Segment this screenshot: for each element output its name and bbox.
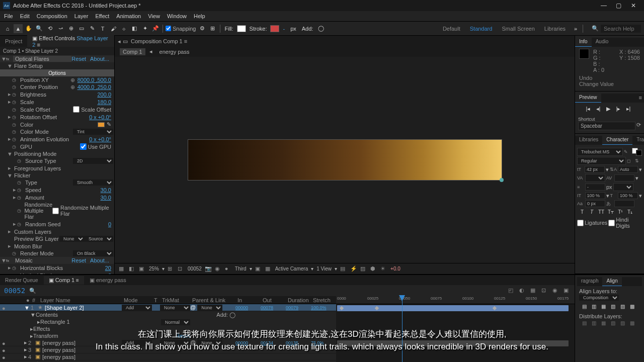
- reset-link[interactable]: Reset: [71, 257, 90, 263]
- color-swatch[interactable]: [98, 122, 105, 127]
- play-icon[interactable]: ▶: [606, 106, 613, 113]
- preview-bg-source-select[interactable]: Source: [85, 236, 113, 242]
- reset-link[interactable]: Reset: [71, 56, 90, 62]
- stopwatch-icon[interactable]: ◷: [12, 273, 18, 275]
- align-left-icon[interactable]: ▤: [580, 304, 588, 309]
- smallcaps-icon[interactable]: Tᴛ: [607, 209, 615, 215]
- link-icon[interactable]: ⊕: [70, 77, 76, 83]
- col-parent[interactable]: Parent & Link: [190, 297, 235, 303]
- scale-value[interactable]: 180.0: [97, 99, 113, 105]
- audio-tab[interactable]: Audio: [592, 38, 613, 47]
- stopwatch-icon[interactable]: ◷: [17, 180, 23, 185]
- minimize-button[interactable]: —: [601, 2, 608, 9]
- menu-view[interactable]: View: [148, 13, 160, 19]
- render-mode-select[interactable]: On Black: [73, 250, 113, 256]
- twirl-icon[interactable]: ▼: [24, 305, 30, 311]
- rotation-offset-value[interactable]: 0 x +0.0°: [89, 114, 113, 120]
- fx-toggle-icon[interactable]: fx: [6, 57, 13, 61]
- col-duration[interactable]: Duration: [286, 297, 311, 303]
- tracker-tab[interactable]: Trac: [632, 136, 644, 145]
- comp-back-icon[interactable]: ◂: [118, 38, 121, 45]
- transparency-icon[interactable]: ▦: [265, 265, 272, 273]
- rectangle-tool-icon[interactable]: ▭: [77, 24, 86, 33]
- parent-select[interactable]: None: [197, 305, 222, 311]
- region-icon[interactable]: ▣: [255, 265, 262, 273]
- eyedropper-icon[interactable]: ✎: [624, 149, 631, 154]
- zoom-select[interactable]: 25%: [149, 266, 159, 272]
- snap-expand-icon[interactable]: ⊞: [208, 24, 217, 33]
- tl-icon[interactable]: ◉: [552, 287, 559, 294]
- comp-preview[interactable]: [188, 139, 502, 180]
- next-frame-icon[interactable]: |▸: [616, 106, 623, 113]
- snapping-checkbox[interactable]: Snapping: [166, 26, 196, 32]
- tree-contents[interactable]: ▼ ContentsAdd: ◯: [0, 311, 336, 318]
- faux-italic-icon[interactable]: T: [588, 209, 596, 215]
- menu-file[interactable]: File: [4, 13, 13, 19]
- horizontal-blocks-value[interactable]: 20: [105, 265, 113, 271]
- twirl-icon[interactable]: ▸: [7, 91, 12, 98]
- close-button[interactable]: ✕: [631, 2, 638, 9]
- project-tab[interactable]: Project: [0, 37, 27, 46]
- comp-marker-icon[interactable]: ▭: [123, 38, 128, 45]
- hand-tool-icon[interactable]: ✋: [24, 24, 33, 33]
- shape-mode-select[interactable]: Normal: [161, 319, 190, 325]
- menu-animation[interactable]: Animation: [116, 13, 141, 19]
- workspace-standard[interactable]: Standard: [466, 25, 497, 33]
- stopwatch-icon[interactable]: ◷: [12, 265, 18, 270]
- col-layer-name[interactable]: Layer Name: [38, 297, 122, 303]
- blend-mode-select[interactable]: Add: [122, 305, 152, 311]
- twirl-icon[interactable]: ▸: [7, 243, 12, 249]
- panel-menu-icon[interactable]: ≡: [637, 94, 644, 103]
- twirl-icon[interactable]: ▼: [1, 257, 6, 263]
- timeline-comp-tab[interactable]: ▣ Comp 1 ≡: [44, 276, 84, 285]
- stretch-value[interactable]: 100.0%: [311, 305, 336, 310]
- stroke-width-input[interactable]: [585, 184, 605, 191]
- add-icon[interactable]: ◯: [229, 312, 235, 318]
- comp-crumb-1[interactable]: Comp 1: [120, 48, 145, 55]
- stopwatch-icon[interactable]: ◷: [17, 222, 23, 227]
- link-icon[interactable]: ⊕: [70, 84, 76, 90]
- preview-tab[interactable]: Preview: [575, 94, 601, 103]
- menu-composition[interactable]: Composition: [37, 13, 67, 19]
- character-tab[interactable]: Character: [602, 136, 632, 145]
- stopwatch-icon[interactable]: ◷: [12, 115, 18, 120]
- menu-window[interactable]: Window: [167, 13, 187, 19]
- fill-swatch[interactable]: [237, 25, 246, 32]
- stopwatch-icon[interactable]: ◷: [12, 107, 18, 112]
- layer-row[interactable]: ●▸4▣[energy pass]: [0, 353, 336, 360]
- renderer-icon[interactable]: ⬢: [370, 265, 377, 273]
- layer-bar[interactable]: [337, 305, 569, 311]
- visibility-icon[interactable]: ●: [2, 354, 7, 359]
- flicker-type-select[interactable]: Smooth: [73, 179, 113, 186]
- align-tab[interactable]: Align: [602, 277, 621, 286]
- workspace-smallscreen[interactable]: Small Screen: [498, 25, 538, 33]
- tl-icon[interactable]: ▣: [564, 287, 571, 294]
- stroke-width[interactable]: -: [283, 26, 285, 32]
- vertical-blocks-value[interactable]: 3: [108, 273, 113, 275]
- layer-name[interactable]: [energy pass]: [40, 354, 336, 360]
- libraries-tab[interactable]: Libraries: [575, 136, 602, 145]
- tree-rectangle[interactable]: ▸ Rectangle 1Normal: [0, 318, 336, 325]
- position-xy-value[interactable]: 8000.0 ,500.0: [77, 77, 113, 83]
- align-bottom-icon[interactable]: ▩: [628, 304, 636, 309]
- guides-icon[interactable]: ⊡: [178, 265, 185, 273]
- draft3d-icon[interactable]: ▨: [360, 265, 367, 273]
- kerning-select[interactable]: [585, 174, 605, 182]
- visibility-icon[interactable]: ●: [2, 347, 7, 352]
- channels-icon[interactable]: ◉: [215, 265, 222, 273]
- roto-tool-icon[interactable]: ✦: [140, 24, 149, 33]
- shortcut-input[interactable]: [578, 122, 635, 130]
- stopwatch-icon[interactable]: ◷: [17, 188, 23, 193]
- randomize-multi-checkbox[interactable]: [52, 208, 59, 214]
- visibility-icon[interactable]: ●: [2, 305, 7, 310]
- baseline-input[interactable]: [585, 200, 605, 207]
- puppet-tool-icon[interactable]: 📌: [151, 24, 160, 33]
- stroke-position-select[interactable]: [613, 183, 633, 191]
- snapshot-icon[interactable]: 📷: [205, 265, 212, 273]
- no-fill-icon[interactable]: ◻: [627, 158, 634, 163]
- brightness-value[interactable]: 200.0: [97, 92, 113, 98]
- preview-bg-select[interactable]: None: [59, 236, 85, 242]
- stopwatch-icon[interactable]: ◷: [12, 137, 18, 142]
- font-size-input[interactable]: [585, 166, 605, 173]
- animation-evolution-value[interactable]: 0 x +0.0°: [89, 136, 113, 142]
